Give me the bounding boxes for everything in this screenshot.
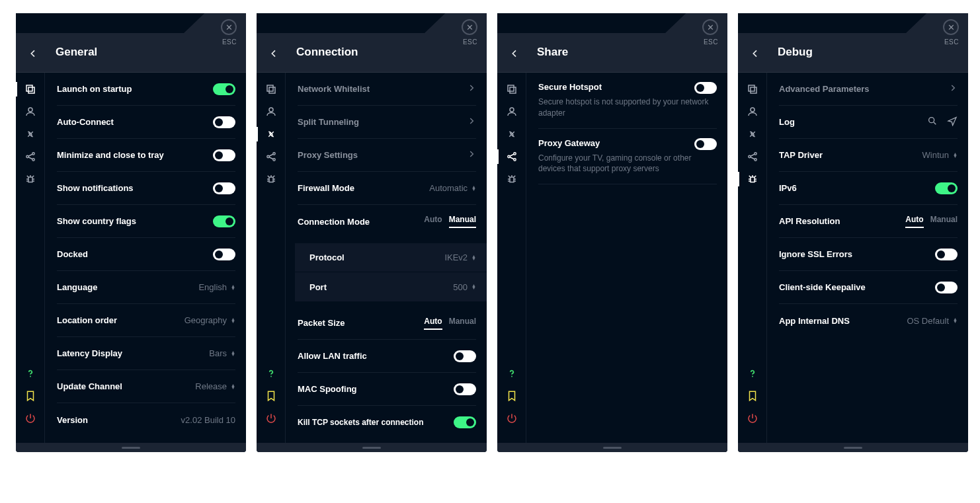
toggle-show-notifications[interactable] — [213, 182, 235, 194]
sidebar-tab-debug[interactable] — [738, 168, 767, 190]
seg-packet-auto[interactable]: Auto — [424, 317, 442, 330]
sidebar-tab-account[interactable] — [257, 100, 286, 123]
sidebar-tab-share[interactable] — [16, 145, 45, 168]
row-port[interactable]: Port 500▲▼ — [295, 272, 487, 301]
sidebar-tab-connection[interactable] — [16, 123, 45, 145]
esc-label: ESC — [944, 38, 959, 46]
back-button[interactable] — [28, 48, 38, 59]
panel-header: ✕ ESC Debug — [738, 13, 968, 73]
sidebar-tab-general[interactable] — [16, 78, 45, 100]
news-icon[interactable] — [497, 385, 526, 407]
sidebar-tab-general[interactable] — [738, 78, 767, 100]
seg-api-manual[interactable]: Manual — [930, 215, 958, 228]
sidebar-tab-debug[interactable] — [257, 168, 286, 190]
row-update-channel[interactable]: Update Channel Release▲▼ — [57, 370, 235, 403]
settings-list: Advanced Parameters Log TAP Driver Wintu… — [767, 73, 968, 443]
log-search-button[interactable] — [927, 116, 938, 128]
toggle-ignore-ssl[interactable] — [935, 249, 958, 260]
esc-label: ESC — [463, 38, 477, 46]
resize-handle[interactable] — [497, 443, 727, 452]
sidebar-tab-account[interactable] — [738, 100, 767, 123]
row-network-whitelist[interactable]: Network Whitelist — [298, 73, 476, 106]
updown-icon: ▲▼ — [231, 351, 235, 356]
help-icon[interactable] — [738, 362, 767, 385]
row-protocol[interactable]: Protocol IKEv2▲▼ — [295, 243, 487, 272]
log-send-button[interactable] — [947, 116, 958, 128]
row-language[interactable]: Language English▲▼ — [57, 271, 235, 304]
toggle-docked[interactable] — [213, 249, 235, 260]
news-icon[interactable] — [738, 385, 767, 407]
toggle-auto-connect[interactable] — [213, 116, 235, 128]
sidebar-tab-connection[interactable] — [497, 123, 526, 145]
esc-label: ESC — [222, 38, 237, 46]
close-button[interactable]: ✕ — [462, 19, 477, 35]
row-auto-connect: Auto-Connect — [57, 106, 235, 139]
close-button[interactable]: ✕ — [221, 19, 237, 35]
toggle-kill-tcp[interactable] — [454, 416, 476, 428]
sidebar-tab-account[interactable] — [497, 100, 526, 123]
panel-debug: ✕ ESC Debug Advanced Parameters Log — [738, 13, 968, 452]
back-button[interactable] — [750, 48, 760, 59]
updown-icon: ▲▼ — [471, 255, 476, 260]
sidebar-tab-share[interactable] — [738, 145, 767, 168]
sidebar-tab-debug[interactable] — [497, 168, 526, 190]
help-icon[interactable] — [257, 362, 286, 385]
sidebar-tab-general[interactable] — [257, 78, 286, 100]
back-button[interactable] — [509, 48, 520, 59]
toggle-show-country-flags[interactable] — [213, 215, 235, 227]
row-latency-display[interactable]: Latency Display Bars▲▼ — [57, 337, 235, 370]
row-advanced-parameters[interactable]: Advanced Parameters — [779, 73, 958, 106]
toggle-secure-hotspot[interactable] — [694, 82, 717, 94]
sidebar-tab-connection[interactable] — [738, 123, 767, 145]
toggle-proxy-gateway[interactable] — [694, 138, 717, 150]
panel-title: Connection — [296, 46, 358, 59]
close-button[interactable]: ✕ — [702, 19, 718, 35]
resize-handle[interactable] — [16, 443, 246, 452]
chevron-right-icon — [948, 83, 958, 95]
toggle-allow-lan[interactable] — [454, 350, 476, 362]
toggle-mac-spoofing[interactable] — [454, 383, 476, 395]
power-icon[interactable] — [257, 407, 286, 430]
sidebar — [497, 73, 526, 443]
row-docked: Docked — [57, 238, 235, 271]
power-icon[interactable] — [738, 407, 767, 430]
sidebar-tab-general[interactable] — [497, 78, 526, 100]
help-icon[interactable] — [497, 362, 526, 385]
seg-connection-manual[interactable]: Manual — [449, 215, 476, 228]
row-ipv6: IPv6 — [779, 172, 958, 205]
power-icon[interactable] — [497, 407, 526, 430]
help-icon[interactable] — [16, 362, 45, 385]
sidebar-tab-account[interactable] — [16, 100, 45, 123]
toggle-client-keepalive[interactable] — [935, 282, 958, 293]
row-app-internal-dns[interactable]: App Internal DNS OS Default▲▼ — [779, 304, 958, 337]
toggle-minimize-tray[interactable] — [213, 149, 235, 161]
sidebar-tab-connection[interactable] — [257, 123, 286, 145]
sidebar-tab-share[interactable] — [257, 145, 286, 168]
news-icon[interactable] — [16, 385, 45, 407]
toggle-launch-on-startup[interactable] — [213, 83, 235, 95]
row-connection-mode: Connection Mode Auto Manual — [298, 205, 476, 238]
row-tap-driver[interactable]: TAP Driver Wintun▲▼ — [779, 139, 958, 172]
row-client-keepalive: Client-side Keepalive — [779, 271, 958, 304]
panel-title: General — [56, 46, 97, 59]
power-icon[interactable] — [16, 407, 45, 430]
panel-header: ✕ ESC General — [16, 13, 246, 73]
sidebar-tab-debug[interactable] — [16, 168, 45, 190]
seg-api-auto[interactable]: Auto — [905, 215, 923, 228]
chevron-right-icon — [467, 116, 476, 128]
news-icon[interactable] — [257, 385, 286, 407]
back-button[interactable] — [268, 48, 279, 59]
close-button[interactable]: ✕ — [943, 19, 959, 35]
row-location-order[interactable]: Location order Geography▲▼ — [57, 304, 235, 337]
sidebar-tab-share[interactable] — [497, 145, 526, 168]
row-firewall-mode[interactable]: Firewall Mode Automatic▲▼ — [298, 172, 476, 205]
row-split-tunneling[interactable]: Split Tunneling — [298, 106, 476, 139]
panel-header: ✕ ESC Share — [497, 13, 727, 73]
updown-icon: ▲▼ — [231, 285, 235, 290]
toggle-ipv6[interactable] — [935, 182, 958, 194]
row-proxy-settings[interactable]: Proxy Settings — [298, 139, 476, 172]
resize-handle[interactable] — [738, 443, 968, 452]
seg-connection-auto[interactable]: Auto — [424, 215, 442, 228]
seg-packet-manual[interactable]: Manual — [449, 317, 476, 330]
resize-handle[interactable] — [257, 443, 487, 452]
